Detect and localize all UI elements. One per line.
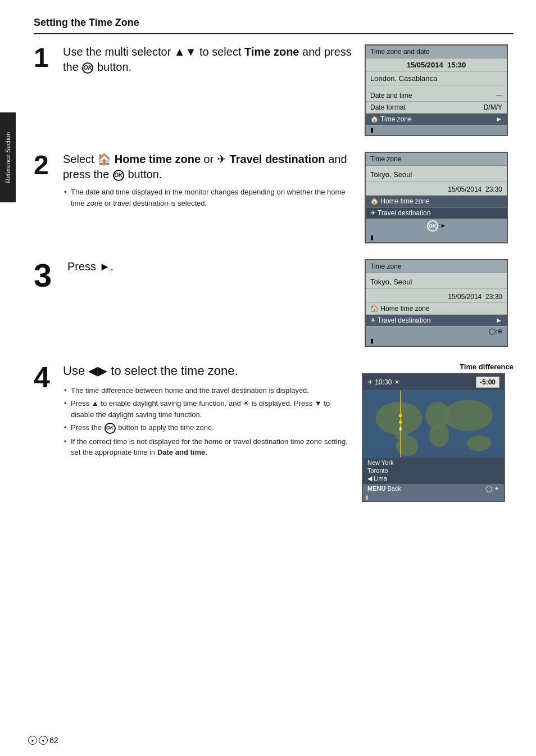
cam-bottom-icons-3: ◯:⊕ (489, 328, 502, 335)
step-2: 2 Select 🏠 Home time zone or ✈ Travel de… (34, 152, 514, 243)
cam-bottom-icon-3b: ▮ (370, 337, 374, 345)
cam-bottom-bar-3: ◯:⊕ (366, 327, 507, 336)
cam-row-travel-3: ✈ Travel destination ► (366, 315, 507, 327)
step-3-number: 3 (34, 259, 67, 292)
cam-screen-1-city: London, Casablanca (366, 72, 507, 85)
step-4-right: Time difference ✈ 10:30 ☀ -5:00 (362, 363, 514, 502)
time-diff-top-bar: ✈ 10:30 ☀ -5:00 (363, 374, 504, 390)
city-new-york: New York (367, 459, 499, 467)
page-circle-2: ● (39, 736, 48, 745)
cam-bottom-bar-3b: ▮ (366, 336, 507, 346)
cam-screen-2-header: Time zone (366, 153, 507, 166)
cam-travel-label-3: ✈ Travel destination (370, 316, 430, 324)
cam-screen-2-city: Tokyo, Seoul (366, 168, 507, 182)
ok-icon-1: OK (82, 62, 93, 74)
city-lima: ◀ Lima (367, 474, 499, 483)
page-circle-1: ● (28, 736, 37, 745)
cam-row-date-format: Date format D/M/Y (366, 102, 507, 114)
svg-point-6 (443, 400, 493, 431)
cam-ok-text: OK:► (426, 220, 447, 232)
cam-screen-1-date: 15/05/2014 15:30 (366, 58, 507, 72)
ok-circle-4: OK (105, 423, 116, 434)
step-4-number: 4 (34, 363, 63, 392)
step-1: 1 Use the multi selector ▲▼ to select Ti… (34, 44, 514, 136)
time-diff-footer: MENU Back ◯:☀ (363, 484, 504, 494)
time-diff-header: Time difference (362, 363, 514, 371)
step-1-title: Use the multi selector ▲▼ to select Time… (63, 44, 353, 75)
screen-edge: ▮ (363, 494, 504, 501)
cam-bottom-icon: ▮ (370, 126, 374, 134)
page-number: ● ● 62 (28, 736, 58, 745)
step-2-title: Select 🏠 Home time zone or ✈ Travel dest… (63, 152, 353, 182)
cam-row-home: 🏠 Home time zone (366, 196, 507, 207)
step-1-screen: Time zone and date 15/05/2014 15:30 Lond… (365, 44, 514, 136)
footer-icons: ◯:☀ (485, 485, 499, 492)
step-4-title: Use ◀▶ to select the time zone. (63, 363, 353, 379)
step-3-content: Press ►. (67, 259, 365, 279)
cam-screen-1-header: Time zone and date (366, 46, 507, 58)
svg-point-3 (396, 436, 418, 456)
step-2-screen: Time zone Tokyo, Seoul 15/05/2014 23:30 … (365, 152, 514, 243)
cam-row-value: –- (496, 92, 502, 99)
step-3-title: Press ►. (67, 259, 353, 274)
svg-point-5 (429, 423, 449, 447)
step-3-screen: Time zone Tokyo, Seoul 15/05/2014 23:30 … (365, 259, 514, 347)
sidebar-tab: Reference Section (0, 112, 16, 202)
cam-screen-2: Time zone Tokyo, Seoul 15/05/2014 23:30 … (365, 152, 508, 243)
step-2-number: 2 (34, 152, 63, 179)
cam-screen-2-date: 15/05/2014 23:30 (366, 184, 507, 196)
page-num-text: 62 (49, 736, 58, 745)
sidebar-label: Reference Section (4, 132, 11, 183)
time-diff-time: ✈ 10:30 ☀ (367, 378, 400, 386)
cam-row-label: Date format (370, 103, 406, 111)
time-diff-screen: ✈ 10:30 ☀ -5:00 (362, 373, 505, 502)
svg-point-9 (399, 414, 402, 417)
map-svg (363, 390, 504, 458)
cam-screen-3-date: 15/05/2014 23:30 (366, 291, 507, 303)
step-4-layout: Use ◀▶ to select the time zone. The time… (63, 363, 514, 502)
page-heading: Setting the Time Zone (34, 17, 514, 34)
cam-screen-3-header: Time zone (366, 260, 507, 273)
cam-ok-bar-2: OK:► (366, 219, 507, 233)
page-container: Reference Section Setting the Time Zone … (0, 0, 536, 756)
svg-point-10 (399, 420, 402, 424)
cam-row-value: D/M/Y (484, 103, 502, 111)
cam-home-icon: 🏠 Home time zone (370, 197, 430, 205)
cam-row-home-3: 🏠 Home time zone (366, 303, 507, 315)
cam-row-travel: ✈ Travel destination (366, 207, 507, 219)
cam-screen-3-city: Tokyo, Seoul (366, 275, 507, 289)
city-list: New York Toronto ◀ Lima (363, 458, 504, 484)
cam-bottom-bar-1: ▮ (366, 125, 507, 135)
cam-row-timezone: 🏠 Time zone ► (366, 114, 507, 125)
step-4-bullet-1: The time difference between home and the… (63, 385, 353, 396)
step-4: 4 Use ◀▶ to select the time zone. The ti… (34, 363, 514, 502)
time-diff-value: -5:00 (476, 377, 499, 388)
edge-icon: ▮ (365, 494, 369, 500)
city-toronto: Toronto (367, 467, 499, 474)
step-1-content: Use the multi selector ▲▼ to select Time… (63, 44, 365, 79)
cam-travel-icon: ✈ Travel destination (370, 209, 430, 217)
step-3: 3 Press ►. Time zone Tokyo, Seoul 15/05/… (34, 259, 514, 347)
svg-point-7 (467, 436, 491, 451)
cam-travel-arrow-3: ► (496, 316, 502, 324)
cam-bottom-bar-2: ▮ (366, 233, 507, 242)
step-4-bullet-2: Press ▲ to enable daylight saving time f… (63, 398, 353, 420)
step-4-left: Use ◀▶ to select the time zone. The time… (63, 363, 353, 460)
cam-row-arrow: ► (496, 115, 502, 123)
step-4-bullets: The time difference between home and the… (63, 385, 353, 458)
cam-home-label-3: 🏠 Home time zone (370, 305, 430, 313)
cam-screen-3: Time zone Tokyo, Seoul 15/05/2014 23:30 … (365, 259, 508, 347)
step-2-bullet-1: The date and time displayed in the monit… (63, 187, 353, 209)
footer-back: MENU Back (367, 485, 401, 492)
step-2-content: Select 🏠 Home time zone or ✈ Travel dest… (63, 152, 365, 211)
ok-icon-2: OK (113, 170, 124, 181)
step-4-bullet-4: If the correct time is not displayed for… (63, 436, 353, 458)
svg-point-11 (399, 427, 402, 431)
map-area (363, 390, 504, 458)
cam-bottom-icon-2: ▮ (370, 234, 374, 241)
step-2-bullets: The date and time displayed in the monit… (63, 187, 353, 209)
cam-row-label: 🏠 Time zone (370, 115, 412, 123)
cam-row-date-time: Date and time –- (366, 90, 507, 102)
cam-screen-1: Time zone and date 15/05/2014 15:30 Lond… (365, 44, 508, 136)
step-1-number: 1 (34, 44, 63, 71)
